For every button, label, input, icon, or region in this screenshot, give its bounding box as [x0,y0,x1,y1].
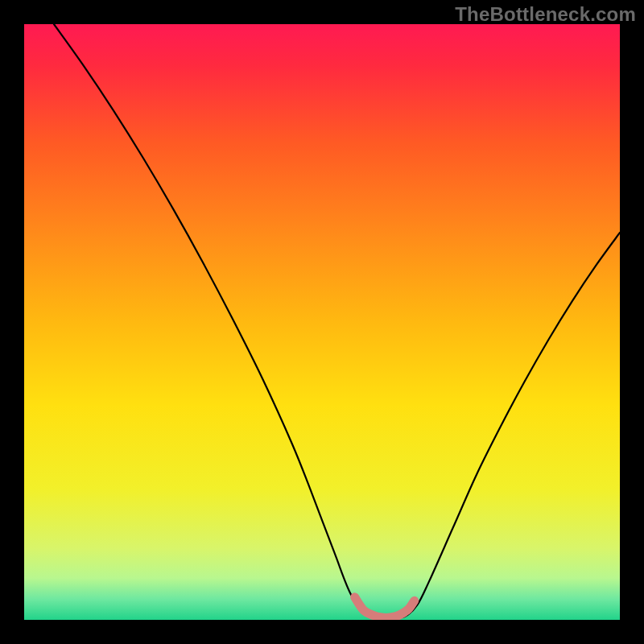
chart-frame: TheBottleneck.com [0,0,644,644]
bottleneck-chart [24,24,620,620]
watermark-text: TheBottleneck.com [455,3,636,26]
gradient-background [24,24,620,620]
chart-plot-area [24,24,620,620]
